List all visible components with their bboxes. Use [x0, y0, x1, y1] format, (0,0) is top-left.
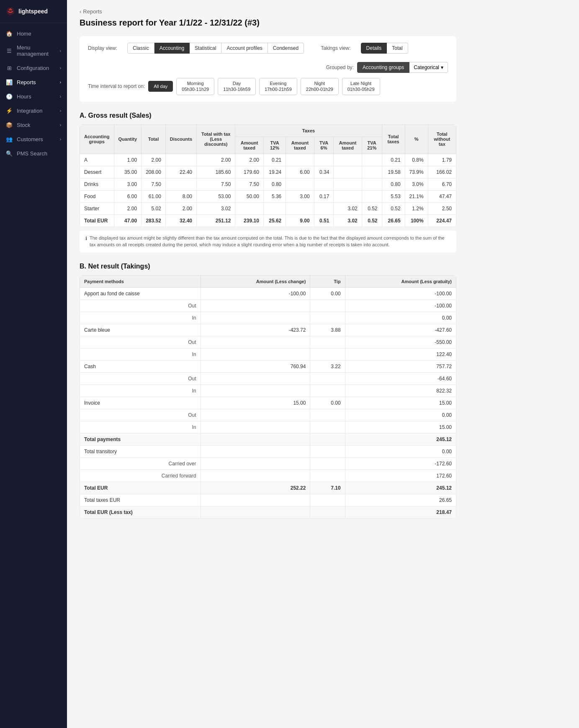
- display-account-profiles-btn[interactable]: Account profiles: [221, 43, 268, 54]
- sidebar-item-reports-label: Reports: [17, 79, 36, 85]
- display-accounting-btn[interactable]: Accounting: [154, 43, 190, 54]
- table-cell: 239.10: [235, 214, 263, 227]
- sidebar-item-customers[interactable]: 👥 Customers ›: [0, 132, 67, 146]
- th-tva-12: TVA 12%: [263, 137, 286, 154]
- grouped-accounting-btn[interactable]: Accounting groups: [357, 62, 409, 73]
- table-cell: -100.00: [201, 287, 310, 299]
- sidebar-item-menu-management[interactable]: ☰ Menu management ›: [0, 41, 67, 61]
- sidebar-item-hours[interactable]: 🕐 Hours ›: [0, 89, 67, 103]
- table-cell: 3.02: [197, 202, 235, 214]
- time-morning-btn[interactable]: Morning05h30-11h29: [176, 78, 214, 95]
- table-cell: [310, 421, 345, 433]
- table-cell-value: 245.12: [345, 433, 456, 445]
- time-latenight-btn[interactable]: Late Night01h30-05h29: [342, 78, 380, 95]
- table-row: Out-64.60: [80, 372, 456, 385]
- table-cell-amount: [201, 433, 310, 445]
- clock-icon: 🕐: [6, 93, 13, 100]
- table-cell: 25.62: [263, 214, 286, 227]
- table-cell: 6.00: [114, 190, 142, 202]
- table-row: Drinks3.007.507.507.500.800.803.0%6.70: [80, 178, 456, 190]
- table-cell-label: Carried forward: [80, 470, 201, 482]
- sidebar-item-integration[interactable]: ⚡ Integration ›: [0, 103, 67, 118]
- table-cell-name: Out: [80, 299, 201, 312]
- table-cell: [165, 178, 196, 190]
- time-allday-btn[interactable]: All day: [148, 81, 173, 92]
- table-cell: 73.9%: [405, 166, 428, 178]
- table-cell: 35.00: [114, 166, 142, 178]
- table-cell: 3.02: [334, 202, 362, 214]
- grouped-by-controls: Accounting groups Categorical ▾: [357, 62, 448, 73]
- table-cell: 757.72: [345, 360, 456, 372]
- breadcrumb[interactable]: ‹ Reports: [80, 8, 456, 15]
- table-cell: [314, 154, 334, 166]
- table-cell: [310, 385, 345, 397]
- table-row: Cash760.943.22757.72: [80, 360, 456, 372]
- table-cell: [334, 166, 362, 178]
- sidebar-item-home[interactable]: 🏠 Home: [0, 26, 67, 41]
- net-result-table: Payment methods Amount (Less change) Tip…: [80, 275, 456, 519]
- table-cell: [235, 202, 263, 214]
- table-cell: 1.2%: [405, 202, 428, 214]
- table-cell-name: In: [80, 312, 201, 324]
- th-quantity: Quantity: [114, 124, 142, 154]
- table-cell-name: Out: [80, 372, 201, 385]
- box-icon: 📦: [6, 121, 13, 128]
- table-cell-label: Total EUR: [80, 482, 201, 494]
- table-cell: [334, 190, 362, 202]
- display-classic-btn[interactable]: Classic: [127, 43, 154, 54]
- table-cell: 224.47: [428, 214, 456, 227]
- table-cell: 6.00: [286, 166, 314, 178]
- table-cell: 208.00: [142, 166, 166, 178]
- table-cell: 7.50: [235, 178, 263, 190]
- table-cell-label: Total transitory: [80, 445, 201, 457]
- sidebar-item-configuration[interactable]: ⊞ Configuration ›: [0, 61, 67, 75]
- sidebar-nav: 🏠 Home ☰ Menu management › ⊞ Configurati…: [0, 23, 67, 164]
- table-row: Invoice15.000.0015.00: [80, 397, 456, 409]
- table-cell: [201, 336, 310, 348]
- time-evening-btn[interactable]: Evening17h00-21h59: [259, 78, 297, 95]
- table-cell: [201, 372, 310, 385]
- sidebar-item-home-label: Home: [17, 31, 31, 37]
- table-cell: 7.50: [142, 178, 166, 190]
- table-cell: -423.72: [201, 324, 310, 336]
- table-cell-tip: [310, 433, 345, 445]
- table-row: In122.40: [80, 348, 456, 360]
- takings-total-btn[interactable]: Total: [387, 43, 408, 54]
- th-total-taxes: Total taxes: [382, 124, 405, 154]
- table-cell-name: Out: [80, 336, 201, 348]
- table-row: Total payments245.12: [80, 433, 456, 445]
- sidebar-item-reports[interactable]: 📊 Reports ›: [0, 75, 67, 89]
- table-cell: 0.8%: [405, 154, 428, 166]
- th-total: Total: [142, 124, 166, 154]
- menu-icon: ☰: [6, 47, 13, 54]
- time-day-btn[interactable]: Day11h30-16h59: [218, 78, 256, 95]
- table-cell-amount: 252.22: [201, 482, 310, 494]
- page-title: Business report for Year 1/1/22 - 12/31/…: [80, 18, 456, 28]
- table-row: Total taxes EUR26.65: [80, 494, 456, 506]
- time-night-btn[interactable]: Night22h00-01h29: [301, 78, 339, 95]
- table-cell: 3.02: [334, 214, 362, 227]
- table-cell: 0.00: [310, 397, 345, 409]
- table-cell: -100.00: [345, 287, 456, 299]
- table-cell-value: 218.47: [345, 506, 456, 518]
- takings-details-btn[interactable]: Details: [361, 43, 387, 54]
- table-cell-label: Total EUR (Less tax): [80, 506, 201, 518]
- sidebar-item-stock[interactable]: 📦 Stock ›: [0, 118, 67, 132]
- table-cell: 2.00: [114, 202, 142, 214]
- display-statistical-btn[interactable]: Statistical: [190, 43, 221, 54]
- table-cell: 5.36: [263, 190, 286, 202]
- net-result-tbody: Apport au fond de caisse-100.000.00-100.…: [80, 287, 456, 518]
- table-cell: [362, 190, 382, 202]
- table-cell: 3.00: [286, 190, 314, 202]
- table-row: Total EUR252.227.10245.12: [80, 482, 456, 494]
- th-accounting-groups: Accountinggroups: [80, 124, 114, 154]
- grouped-categorical-btn[interactable]: Categorical ▾: [409, 62, 448, 73]
- display-condensed-btn[interactable]: Condensed: [268, 43, 304, 54]
- table-cell: 2.00: [235, 154, 263, 166]
- sidebar-item-pms-search[interactable]: 🔍 PMS Search: [0, 146, 67, 160]
- table-cell: [286, 202, 314, 214]
- table-cell-name: In: [80, 348, 201, 360]
- table-cell: [314, 178, 334, 190]
- table-cell: [334, 178, 362, 190]
- grouped-by-section: Grouped by: Accounting groups Categorica…: [326, 62, 448, 73]
